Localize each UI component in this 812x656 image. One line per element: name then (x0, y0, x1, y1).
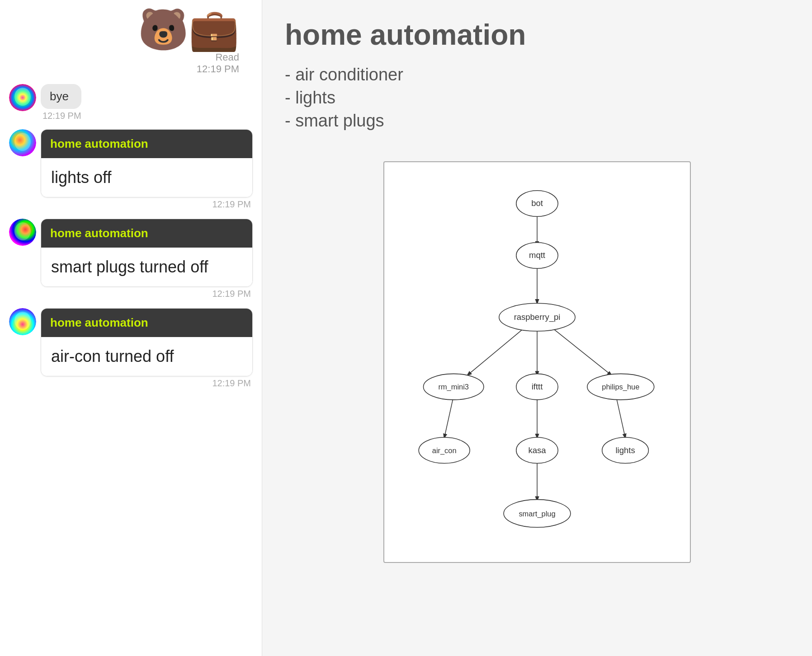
ha-header-text-3: home automation (50, 316, 148, 329)
svg-point-7 (14, 312, 31, 330)
diagram-container: bot mqtt raspberry_pi rm_mini3 ifttt phi… (383, 161, 691, 563)
ha-time-2: 12:19 PM (41, 289, 253, 299)
ha-header-text-2: home automation (50, 226, 148, 240)
right-panel: home automation air conditioner lights s… (262, 0, 812, 656)
avatar-msg2 (9, 219, 36, 246)
feature-list: air conditioner lights smart plugs (285, 65, 789, 134)
page-title: home automation (285, 18, 789, 52)
sticker-area: 🐻💼 Read 12:19 PM (9, 9, 253, 75)
svg-line-10 (467, 329, 523, 375)
node-philips-hue: philips_hue (602, 383, 639, 391)
ha-card-header-3: home automation (41, 309, 252, 337)
node-smart-plug: smart_plug (519, 510, 555, 518)
bye-bubble-wrap: bye 12:19 PM (41, 84, 81, 121)
node-mqtt: mqtt (529, 250, 545, 260)
architecture-diagram: bot mqtt raspberry_pi rm_mini3 ifttt phi… (398, 176, 676, 547)
bye-bubble: bye (41, 84, 81, 109)
avatar-msg1 (9, 129, 36, 156)
svg-line-13 (444, 396, 454, 438)
ha-card-body-2: smart plugs turned off (41, 248, 252, 286)
message-row-2: home automation smart plugs turned off 1… (9, 219, 253, 299)
node-air-con: air_con (432, 446, 457, 455)
node-lights: lights (616, 445, 635, 455)
node-bot: bot (531, 198, 543, 208)
bye-row: bye 12:19 PM (9, 84, 253, 121)
feature-item-3: smart plugs (285, 111, 789, 131)
ha-card-2: home automation smart plugs turned off (41, 219, 253, 287)
sticker-time: 12:19 PM (197, 63, 239, 75)
svg-point-5 (14, 222, 31, 240)
ha-time-1: 12:19 PM (41, 199, 253, 210)
ha-body-text-2: smart plugs turned off (51, 258, 208, 276)
node-raspberry-pi: raspberry_pi (514, 312, 561, 322)
svg-point-1 (14, 88, 31, 106)
ha-body-text-3: air-con turned off (51, 347, 174, 365)
sticker-read-time: Read 12:19 PM (197, 52, 239, 75)
svg-line-15 (616, 396, 626, 438)
node-ifttt: ifttt (532, 382, 543, 391)
feature-item-2: lights (285, 88, 789, 108)
ha-card-header-1: home automation (41, 130, 252, 158)
ha-card-body-1: lights off (41, 158, 252, 197)
message-row-1: home automation lights off 12:19 PM (9, 129, 253, 210)
message-row-3: home automation air-con turned off 12:19… (9, 308, 253, 389)
message-3-wrap: home automation air-con turned off 12:19… (41, 308, 253, 389)
svg-point-3 (14, 133, 31, 151)
message-2-wrap: home automation smart plugs turned off 1… (41, 219, 253, 299)
ha-time-3: 12:19 PM (41, 378, 253, 389)
avatar-msg3 (9, 308, 36, 335)
ha-card-header-2: home automation (41, 219, 252, 248)
message-1-wrap: home automation lights off 12:19 PM (41, 129, 253, 210)
chat-panel: 🐻💼 Read 12:19 PM (0, 0, 262, 656)
ha-card-3: home automation air-con turned off (41, 308, 253, 376)
ha-body-text-1: lights off (51, 168, 111, 187)
node-kasa: kasa (528, 445, 546, 455)
svg-line-12 (553, 329, 611, 375)
avatar-bye (9, 84, 36, 111)
bye-time: 12:19 PM (42, 111, 81, 121)
feature-item-1: air conditioner (285, 65, 789, 84)
ha-card-body-3: air-con turned off (41, 337, 252, 376)
bear-sticker: 🐻💼 (138, 9, 239, 50)
ha-header-text-1: home automation (50, 137, 148, 150)
ha-card-1: home automation lights off (41, 129, 253, 197)
read-label: Read (215, 52, 239, 63)
node-rm-mini3: rm_mini3 (438, 383, 468, 391)
